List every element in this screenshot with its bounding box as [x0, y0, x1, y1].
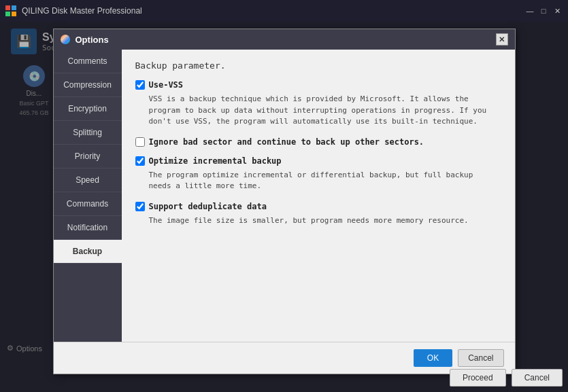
cancel-button[interactable]: Cancel [458, 349, 503, 367]
bottom-actions: Proceed Cancel [450, 369, 563, 387]
support-deduplicate-desc: The image file size is smaller, but prog… [149, 215, 501, 227]
ignore-bad-sector-row: Ignore bad sector and continue to back u… [135, 137, 501, 147]
app-icon [5, 5, 16, 16]
sidebar-item-priority[interactable]: Priority [54, 145, 122, 168]
dialog-content: Backup parameter. Use-VSS VSS is a backu… [122, 50, 515, 342]
ignore-bad-sector-section: Ignore bad sector and continue to back u… [135, 137, 501, 147]
proceed-button[interactable]: Proceed [450, 369, 506, 387]
ignore-bad-sector-label[interactable]: Ignore bad sector and continue to back u… [149, 137, 424, 147]
svg-rect-1 [12, 5, 16, 10]
sidebar-item-compression[interactable]: Compression [54, 73, 122, 97]
ignore-bad-sector-checkbox[interactable] [135, 137, 145, 147]
bottom-cancel-button[interactable]: Cancel [512, 369, 563, 387]
sidebar-item-notification[interactable]: Notification [54, 216, 122, 240]
minimize-button[interactable]: — [524, 5, 535, 16]
support-deduplicate-row: Support deduplicate data [135, 202, 501, 211]
use-vss-row: Use-VSS [135, 80, 501, 90]
use-vss-label[interactable]: Use-VSS [149, 80, 184, 90]
app-area: 💾 System backup Source — select the disk… [0, 22, 568, 392]
ok-button[interactable]: OK [414, 349, 452, 367]
dialog-sidebar: Comments Compression Encryption Splittin… [54, 50, 122, 342]
dialog-title-icon [61, 35, 70, 44]
optimize-incremental-checkbox[interactable] [135, 156, 145, 166]
support-deduplicate-checkbox[interactable] [135, 202, 145, 211]
use-vss-section: Use-VSS VSS is a backup technique which … [135, 80, 501, 128]
sidebar-item-encryption[interactable]: Encryption [54, 97, 122, 121]
sidebar-item-commands[interactable]: Commands [54, 192, 122, 216]
sidebar-item-splitting[interactable]: Splitting [54, 121, 122, 145]
optimize-incremental-row: Optimize incremental backup [135, 156, 501, 166]
app-title: QILING Disk Master Professional [22, 6, 519, 16]
sidebar-item-comments[interactable]: Comments [54, 50, 122, 73]
use-vss-desc: VSS is a backup technique which is provi… [149, 94, 501, 128]
dialog-footer: OK Cancel [54, 342, 515, 374]
options-dialog: Options ✕ Comments Compression Encryptio… [53, 29, 516, 374]
title-bar: QILING Disk Master Professional — □ ✕ [0, 0, 568, 22]
svg-rect-0 [5, 5, 10, 10]
support-deduplicate-section: Support deduplicate data The image file … [135, 202, 501, 227]
sidebar-item-backup[interactable]: Backup [54, 240, 122, 264]
optimize-incremental-label[interactable]: Optimize incremental backup [149, 156, 282, 166]
use-vss-checkbox[interactable] [135, 80, 145, 90]
dialog-close-button[interactable]: ✕ [496, 33, 508, 46]
optimize-incremental-section: Optimize incremental backup The program … [135, 156, 501, 192]
dialog-title: Options [76, 35, 109, 45]
dialog-titlebar: Options ✕ [54, 29, 515, 50]
sidebar-item-speed[interactable]: Speed [54, 168, 122, 192]
close-button[interactable]: ✕ [552, 5, 563, 16]
modal-overlay: Options ✕ Comments Compression Encryptio… [0, 22, 568, 392]
window-controls: — □ ✕ [524, 5, 563, 16]
content-title: Backup parameter. [135, 60, 501, 71]
svg-rect-2 [5, 12, 10, 16]
optimize-incremental-desc: The program optimize incremental or diff… [149, 170, 501, 192]
support-deduplicate-label[interactable]: Support deduplicate data [149, 202, 267, 211]
dialog-body: Comments Compression Encryption Splittin… [54, 50, 515, 342]
svg-rect-3 [12, 12, 16, 16]
maximize-button[interactable]: □ [538, 5, 549, 16]
